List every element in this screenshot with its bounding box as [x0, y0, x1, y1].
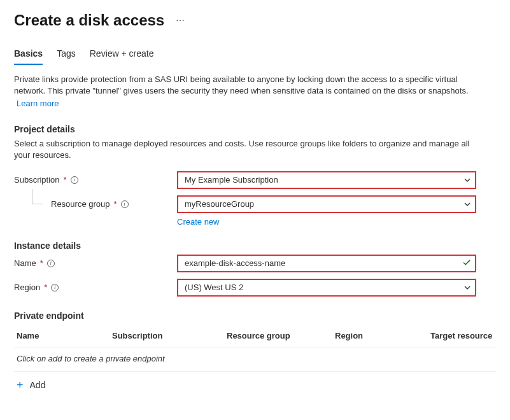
add-label: Add	[30, 380, 46, 390]
col-header-target-resource: Target resource	[430, 331, 493, 340]
more-actions-icon[interactable]: ⋯	[176, 15, 185, 25]
resource-group-select[interactable]	[177, 195, 476, 213]
wizard-tabs: Basics Tags Review + create	[14, 48, 496, 65]
required-indicator: *	[40, 258, 43, 268]
region-label: Region	[14, 283, 40, 292]
resource-group-label: Resource group	[51, 199, 110, 209]
page-title: Create a disk access	[14, 11, 164, 29]
intro-body: Private links provide protection from a …	[14, 74, 469, 95]
private-endpoint-table-header: Name Subscription Resource group Region …	[14, 325, 496, 347]
col-header-name: Name	[17, 331, 112, 340]
learn-more-link[interactable]: Learn more	[17, 98, 59, 109]
tab-basics[interactable]: Basics	[14, 48, 43, 65]
required-indicator: *	[114, 199, 117, 209]
tab-tags[interactable]: Tags	[57, 48, 76, 65]
private-endpoint-empty-row: Click on add to create a private endpoin…	[14, 347, 496, 372]
plus-icon: +	[17, 379, 24, 391]
project-details-heading: Project details	[14, 124, 496, 134]
required-indicator: *	[64, 175, 67, 185]
name-label: Name	[14, 258, 36, 268]
col-header-region: Region	[335, 331, 430, 340]
private-endpoint-heading: Private endpoint	[14, 311, 496, 321]
intro-text: Private links provide protection from a …	[14, 74, 485, 110]
required-indicator: *	[44, 283, 47, 292]
add-private-endpoint-button[interactable]: + Add	[14, 372, 496, 398]
tab-review-create[interactable]: Review + create	[90, 48, 154, 65]
project-details-desc: Select a subscription to manage deployed…	[14, 138, 485, 161]
info-icon[interactable]: i	[121, 200, 129, 208]
instance-details-heading: Instance details	[14, 241, 496, 251]
info-icon[interactable]: i	[71, 176, 78, 184]
tree-connector-icon	[32, 189, 43, 204]
subscription-select[interactable]	[177, 171, 476, 189]
info-icon[interactable]: i	[51, 284, 59, 291]
info-icon[interactable]: i	[47, 260, 55, 267]
region-select[interactable]	[177, 279, 476, 297]
name-input[interactable]	[177, 255, 476, 272]
col-header-resource-group: Resource group	[227, 331, 335, 340]
col-header-subscription: Subscription	[112, 331, 227, 340]
subscription-label: Subscription	[14, 175, 60, 185]
create-new-link[interactable]: Create new	[177, 217, 219, 227]
